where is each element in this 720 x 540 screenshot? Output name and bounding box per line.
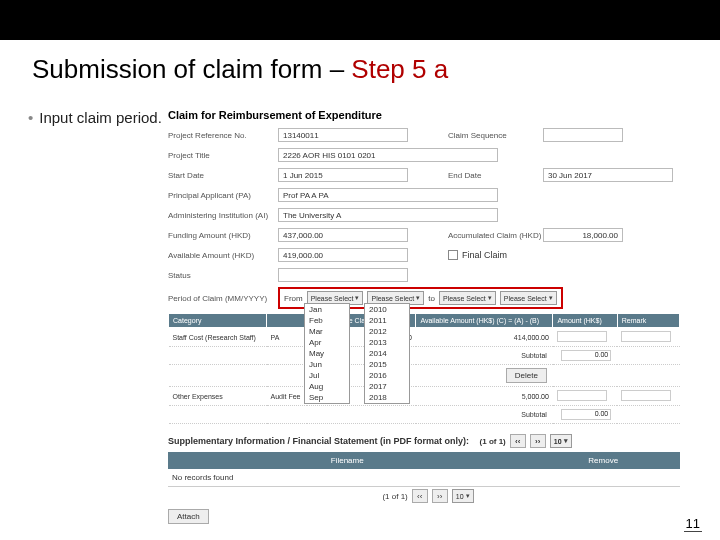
lbl-ai: Administering Institution (AI)	[168, 211, 278, 220]
bullet-text: Input claim period.	[39, 109, 162, 126]
pager-size-select[interactable]: 10	[550, 434, 572, 448]
project-ref-input[interactable]: 13140011	[278, 128, 408, 142]
table-row: No records found	[168, 469, 680, 487]
pager-size-select[interactable]: 10	[452, 489, 474, 503]
lbl-claim-seq: Claim Sequence	[448, 131, 543, 140]
lbl-avail-amt: Available Amount (HKD)	[168, 251, 278, 260]
year-dropdown[interactable]: 2010 2011 2012 2013 2014 2015 2016 2017 …	[364, 303, 410, 404]
th-category: Category	[169, 314, 267, 328]
lbl-status: Status	[168, 271, 278, 280]
top-black-bar	[0, 0, 720, 40]
end-date-input[interactable]: 30 Jun 2017	[543, 168, 673, 182]
pa-input[interactable]: Prof PA A PA	[278, 188, 498, 202]
amount-input[interactable]	[557, 331, 607, 342]
table-row: Staff Cost (Research Staff) PA 18,000.00…	[169, 328, 680, 347]
th-amount: Amount (HK$)	[553, 314, 617, 328]
pager-top: (1 of 1) ‹‹ ›› 10	[480, 434, 572, 448]
accum-claim-input[interactable]: 18,000.00	[543, 228, 623, 242]
subtotal2-value: 0.00	[561, 409, 611, 420]
funding-amt-input[interactable]: 437,000.00	[278, 228, 408, 242]
form-title: Claim for Reimbursement of Expenditure	[168, 109, 680, 121]
amount-input[interactable]	[557, 390, 607, 401]
to-month-select[interactable]: Please Select	[439, 291, 496, 305]
page-number: 11	[684, 516, 702, 532]
lbl-project-title: Project Title	[168, 151, 278, 160]
title-red: Step 5 a	[351, 54, 448, 84]
lbl-poc: Period of Claim (MM/YYYY)	[168, 294, 278, 303]
claim-seq-input[interactable]	[543, 128, 623, 142]
th-remove: Remove	[526, 452, 680, 469]
status-input[interactable]	[278, 268, 408, 282]
attachments-table: Filename Remove No records found	[168, 452, 680, 487]
lbl-to: to	[428, 294, 435, 303]
lbl-accum-claim: Accumulated Claim (HKD)	[448, 231, 543, 240]
th-avail: Available Amount (HK$) (C) = (A) - (B)	[416, 314, 553, 328]
avail-amt-input[interactable]: 419,000.00	[278, 248, 408, 262]
bullet-column: •Input claim period.	[28, 109, 168, 524]
project-title-input[interactable]: 2226 AOR HIS 0101 0201	[278, 148, 498, 162]
form-screenshot: Claim for Reimbursement of Expenditure P…	[168, 109, 720, 524]
lbl-pa: Principal Applicant (PA)	[168, 191, 278, 200]
subtotal-value: 0.00	[561, 350, 611, 361]
table-row: Other Expenses Audit Fee 5,000.00	[169, 387, 680, 406]
pager-prev-icon[interactable]: ‹‹	[510, 434, 526, 448]
bullet-dot: •	[28, 109, 39, 126]
claim-table: Category Accumulative Claim (HK$) (B) Av…	[168, 313, 680, 424]
subtotal2-row: Subtotal 0.00	[169, 406, 680, 424]
delete-button[interactable]: Delete	[506, 368, 547, 383]
th-filename: Filename	[168, 452, 526, 469]
lbl-end-date: End Date	[448, 171, 543, 180]
remark-input[interactable]	[621, 390, 671, 401]
lbl-start-date: Start Date	[168, 171, 278, 180]
subtotal-row: Subtotal 0.00	[169, 347, 680, 365]
to-year-select[interactable]: Please Select	[500, 291, 557, 305]
start-date-input[interactable]: 1 Jun 2015	[278, 168, 408, 182]
ai-input[interactable]: The University A	[278, 208, 498, 222]
lbl-funding-amt: Funding Amount (HKD)	[168, 231, 278, 240]
title-black: Submission of claim form –	[32, 54, 351, 84]
remark-input[interactable]	[621, 331, 671, 342]
supp-title: Supplementary Information / Financial St…	[168, 434, 680, 448]
pager-next-icon[interactable]: ››	[530, 434, 546, 448]
th-remark: Remark	[617, 314, 679, 328]
delete-row: Delete	[169, 365, 680, 387]
attach-button[interactable]: Attach	[168, 509, 209, 524]
lbl-from: From	[284, 294, 303, 303]
th-blank	[267, 314, 307, 328]
pager-bottom: (1 of 1) ‹‹ ›› 10	[382, 489, 473, 503]
pager-next-icon[interactable]: ››	[432, 489, 448, 503]
pager-prev-icon[interactable]: ‹‹	[412, 489, 428, 503]
final-claim-checkbox[interactable]	[448, 250, 458, 260]
slide-title: Submission of claim form – Step 5 a	[0, 40, 720, 85]
lbl-final-claim: Final Claim	[462, 250, 507, 260]
month-dropdown[interactable]: Jan Feb Mar Apr May Jun Jul Aug Sep	[304, 303, 350, 404]
lbl-project-ref: Project Reference No.	[168, 131, 278, 140]
